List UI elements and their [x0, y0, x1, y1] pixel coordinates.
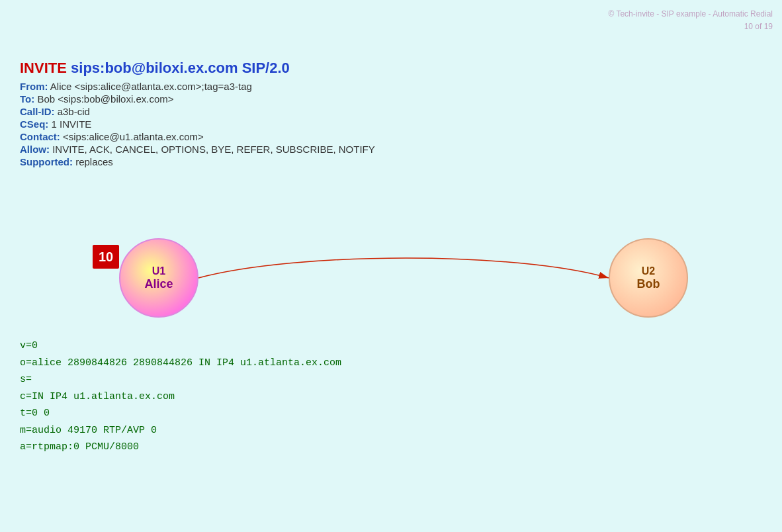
header-fields: From: Alice <sips:alice@atlanta.ex.com>;…	[20, 81, 375, 167]
diagram: 10 U1 Alice U2 Bob	[66, 238, 701, 344]
sdp-line: v=0	[20, 337, 341, 355]
sdp-line: s=	[20, 371, 341, 388]
header-field: From: Alice <sips:alice@atlanta.ex.com>;…	[20, 81, 375, 92]
field-value: replaces	[73, 156, 113, 167]
field-value: a3b-cid	[55, 106, 90, 117]
sdp-line: m=audio 49170 RTP/AVP 0	[20, 422, 341, 439]
field-name: Allow:	[20, 144, 50, 155]
header-field: CSeq: 1 INVITE	[20, 118, 375, 130]
header-field: Supported: replaces	[20, 156, 375, 167]
arrow-svg	[66, 238, 701, 344]
field-name: Contact:	[20, 131, 60, 142]
field-name: From:	[20, 81, 48, 92]
message-header: INVITE sips:bob@biloxi.ex.com SIP/2.0 Fr…	[20, 60, 375, 169]
field-name: Call-ID:	[20, 106, 55, 117]
header-field: Contact: <sips:alice@u1.atlanta.ex.com>	[20, 131, 375, 142]
sdp-line: t=0 0	[20, 405, 341, 422]
invite-method: INVITE	[20, 60, 67, 76]
watermark-line2: 10 of 19	[608, 21, 773, 33]
sdp-line: a=rtpmap:0 PCMU/8000	[20, 439, 341, 456]
field-value: <sips:alice@u1.atlanta.ex.com>	[60, 131, 204, 142]
header-field: Call-ID: a3b-cid	[20, 106, 375, 117]
field-name: CSeq:	[20, 118, 48, 130]
field-value: INVITE, ACK, CANCEL, OPTIONS, BYE, REFER…	[50, 144, 375, 155]
watermark: © Tech-invite - SIP example - Automatic …	[608, 8, 773, 33]
sdp-line: o=alice 2890844826 2890844826 IN IP4 u1.…	[20, 355, 341, 372]
field-value: 1 INVITE	[48, 118, 91, 130]
message-arrow	[198, 258, 609, 278]
field-name: To:	[20, 93, 34, 105]
invite-line: INVITE sips:bob@biloxi.ex.com SIP/2.0	[20, 60, 375, 77]
field-value: Bob <sips:bob@biloxi.ex.com>	[34, 93, 173, 105]
header-field: Allow: INVITE, ACK, CANCEL, OPTIONS, BYE…	[20, 144, 375, 155]
invite-uri: sips:bob@biloxi.ex.com SIP/2.0	[71, 60, 290, 76]
sdp-line: c=IN IP4 u1.atlanta.ex.com	[20, 388, 341, 406]
field-value: Alice <sips:alice@atlanta.ex.com>;tag=a3…	[48, 81, 252, 92]
field-name: Supported:	[20, 156, 73, 167]
watermark-line1: © Tech-invite - SIP example - Automatic …	[608, 8, 773, 21]
header-field: To: Bob <sips:bob@biloxi.ex.com>	[20, 93, 375, 105]
sdp-section: v=0o=alice 2890844826 2890844826 IN IP4 …	[20, 337, 341, 456]
